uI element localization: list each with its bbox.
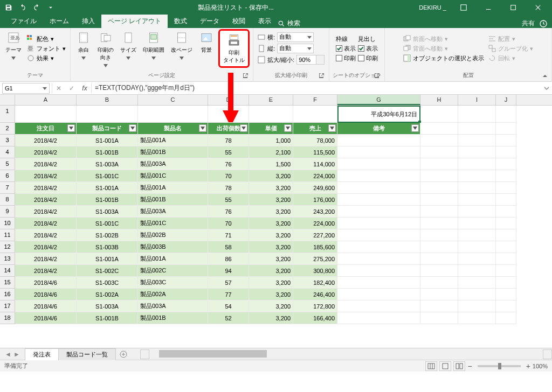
cell[interactable] (496, 300, 516, 312)
selection-pane-button[interactable]: オブジェクトの選択と表示 (402, 54, 485, 63)
cell[interactable]: 115,500 (293, 146, 337, 158)
cell[interactable] (249, 106, 293, 123)
cell[interactable]: 2018/4/2 (15, 135, 77, 146)
table-header[interactable]: 製品コード (77, 123, 138, 135)
cell[interactable]: 54 (208, 300, 249, 312)
cell[interactable]: S1-001B (77, 312, 138, 324)
pagelayout-view-icon[interactable] (439, 361, 451, 371)
cell[interactable]: 3,200 (249, 218, 293, 229)
cell[interactable] (337, 312, 420, 324)
table-header[interactable] (420, 123, 458, 135)
zoom-in-icon[interactable]: + (526, 362, 530, 370)
cell[interactable] (420, 182, 458, 194)
table-header[interactable]: 売上 (293, 123, 337, 135)
cell[interactable]: 2018/4/2 (15, 241, 77, 253)
orientation-button[interactable]: 印刷の 向き (95, 29, 116, 67)
cell[interactable] (496, 253, 516, 265)
hscroll-track[interactable] (149, 349, 543, 359)
cell[interactable] (208, 106, 249, 123)
cell[interactable]: 246,400 (293, 289, 337, 300)
save-icon[interactable] (2, 1, 15, 14)
background-button[interactable]: 背景 (197, 29, 216, 55)
cell[interactable] (496, 158, 516, 170)
cell[interactable] (420, 277, 458, 289)
cell[interactable]: S1-003A (77, 300, 138, 312)
row-header[interactable]: 4 (0, 146, 15, 158)
cell[interactable] (337, 135, 420, 146)
cell[interactable] (337, 170, 420, 182)
cell[interactable] (420, 146, 458, 158)
cell[interactable]: 3,200 (249, 229, 293, 241)
cell[interactable]: 平成30年6月12日 (337, 106, 420, 123)
tab-insert[interactable]: 挿入 (75, 15, 101, 28)
scale-spinner[interactable]: 拡大/縮小:90% (257, 54, 326, 65)
cell[interactable] (337, 206, 420, 218)
filter-icon[interactable] (67, 124, 75, 132)
cell[interactable]: S1-001B (77, 194, 138, 206)
cell[interactable]: 2018/4/2 (15, 253, 77, 265)
filter-icon[interactable] (328, 124, 336, 132)
filter-icon[interactable] (284, 124, 292, 132)
formula-input[interactable]: =TEXT(TODAY(),"ggge年m月d日") (92, 83, 541, 93)
col-header-B[interactable]: B (77, 95, 138, 105)
cell[interactable]: 300,800 (293, 265, 337, 277)
cell[interactable]: 2018/4/6 (15, 277, 77, 289)
cell[interactable] (458, 241, 496, 253)
sheet-tab-active[interactable]: 発注表 (25, 348, 59, 360)
cell[interactable]: 249,600 (293, 182, 337, 194)
table-header[interactable]: 単価 (249, 123, 293, 135)
filter-icon[interactable] (129, 124, 136, 132)
table-header[interactable] (458, 123, 496, 135)
cell[interactable]: 3,200 (249, 265, 293, 277)
cell[interactable]: S1-003B (77, 241, 138, 253)
cell[interactable] (496, 182, 516, 194)
row-header[interactable]: 18 (0, 312, 15, 324)
cell[interactable]: S1-001A (77, 253, 138, 265)
cell[interactable] (420, 300, 458, 312)
cell[interactable] (458, 229, 496, 241)
sheet-tab-other[interactable]: 製品コード一覧 (58, 348, 116, 360)
cell[interactable] (458, 158, 496, 170)
zoom-out-icon[interactable]: − (467, 362, 472, 370)
cell[interactable]: 3,200 (249, 194, 293, 206)
ribbon-display-icon[interactable] (452, 1, 475, 15)
cell[interactable] (496, 265, 516, 277)
hscroll-right-icon[interactable] (543, 349, 552, 359)
filter-icon[interactable] (411, 124, 419, 132)
col-header-A[interactable]: A (15, 95, 77, 105)
cell[interactable] (458, 253, 496, 265)
cell[interactable] (496, 241, 516, 253)
row-header-1[interactable]: 1 (0, 106, 15, 123)
cell[interactable] (337, 241, 420, 253)
cell[interactable]: 2018/4/6 (15, 289, 77, 300)
table-header[interactable]: 備考 (337, 123, 420, 135)
cell[interactable] (496, 146, 516, 158)
cell[interactable] (496, 106, 516, 123)
cell[interactable] (420, 289, 458, 300)
margins-button[interactable]: 余白 (74, 29, 93, 59)
cell[interactable]: 78 (208, 182, 249, 194)
col-header-J[interactable]: J (496, 95, 516, 105)
col-header-C[interactable]: C (138, 95, 208, 105)
table-header[interactable]: 注文日 (15, 123, 77, 135)
cell[interactable]: S1-001C (77, 170, 138, 182)
cell[interactable]: 3,200 (249, 206, 293, 218)
breaks-button[interactable]: 改ページ (169, 29, 195, 59)
cell[interactable]: 76 (208, 158, 249, 170)
sheet-nav-next-icon[interactable]: ► (13, 351, 20, 358)
row-header[interactable]: 9 (0, 206, 15, 218)
cell[interactable]: 製品003B (138, 241, 208, 253)
cell[interactable] (420, 194, 458, 206)
cell[interactable] (337, 277, 420, 289)
cell[interactable]: 182,400 (293, 277, 337, 289)
cell[interactable] (293, 106, 337, 123)
cell[interactable] (337, 289, 420, 300)
cell[interactable] (15, 106, 77, 123)
cell[interactable]: 2018/4/2 (15, 158, 77, 170)
cell[interactable]: 55 (208, 194, 249, 206)
fonts-button[interactable]: 亜フォント ▾ (26, 44, 67, 53)
cell[interactable]: 製品001C (138, 218, 208, 229)
sheet-nav-prev-icon[interactable]: ◄ (4, 351, 12, 358)
cell[interactable]: 2018/4/2 (15, 265, 77, 277)
cell[interactable]: S1-003C (77, 277, 138, 289)
